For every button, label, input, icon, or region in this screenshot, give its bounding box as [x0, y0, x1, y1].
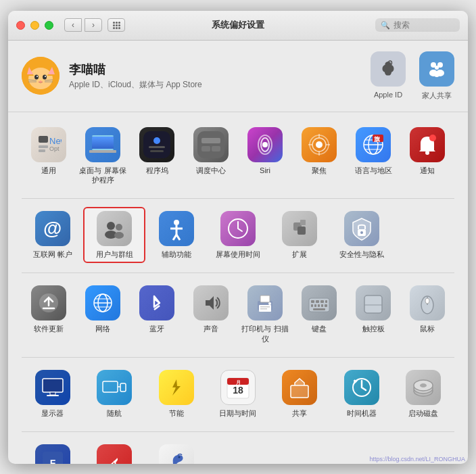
- pref-notify[interactable]: 通知: [400, 123, 454, 189]
- divider-1: [22, 198, 454, 199]
- close-button[interactable]: [16, 21, 25, 30]
- pref-startup[interactable]: 启动磁盘: [393, 366, 454, 422]
- pref-fuse[interactable]: F FUSE: [22, 440, 83, 463]
- pref-mission[interactable]: 调度中心: [184, 123, 238, 189]
- pref-screentime[interactable]: 屏幕使用时间: [207, 207, 268, 263]
- pref-battery[interactable]: 节能: [145, 366, 207, 422]
- back-button[interactable]: ‹: [64, 18, 82, 32]
- extend-label: 扩展: [292, 250, 307, 259]
- svg-rect-34: [150, 150, 164, 152]
- search-box[interactable]: 🔍: [375, 18, 460, 32]
- pref-lang[interactable]: 旗 语言与地区: [346, 123, 400, 189]
- pref-sound[interactable]: 声音: [184, 281, 238, 348]
- main-content: NewOpt 通用 桌面与 屏幕保护程序 程序坞: [8, 112, 468, 464]
- focus-label: 聚焦: [312, 166, 327, 175]
- display-icon: [35, 370, 70, 405]
- navigation-buttons: ‹ ›: [64, 18, 102, 32]
- pref-keyboard[interactable]: 键盘: [292, 281, 346, 348]
- search-input[interactable]: [394, 20, 454, 30]
- svg-rect-23: [39, 145, 48, 148]
- svg-rect-85: [311, 300, 314, 303]
- svg-point-68: [360, 231, 363, 234]
- network-icon: [85, 285, 120, 321]
- pref-access[interactable]: 辅助功能: [145, 207, 207, 263]
- mouse-icon: [410, 285, 445, 321]
- screentime-label: 屏幕使用时间: [216, 250, 260, 259]
- pref-launchpad[interactable]: 程序坞: [130, 123, 184, 189]
- keyboard-label: 键盘: [312, 324, 327, 333]
- svg-rect-66: [300, 220, 306, 225]
- svg-point-52: [425, 151, 429, 155]
- pref-general[interactable]: NewOpt 通用: [22, 123, 76, 189]
- mouse-label: 鼠标: [420, 324, 435, 333]
- pref-desktop[interactable]: 桌面与 屏幕保护程序: [76, 123, 130, 189]
- desktop-label: 桌面与 屏幕保护程序: [78, 166, 127, 185]
- svg-rect-36: [201, 138, 220, 143]
- pref-mysql[interactable]: MySQL: [145, 440, 207, 463]
- svg-text:月: 月: [235, 380, 240, 385]
- svg-point-6: [34, 75, 39, 80]
- svg-rect-31: [143, 131, 170, 158]
- avatar[interactable]: [22, 57, 60, 95]
- svg-rect-95: [364, 295, 382, 313]
- desktop-icon: [85, 127, 120, 162]
- sharing-label: 共享: [292, 408, 307, 418]
- grid-view-button[interactable]: [108, 18, 125, 32]
- startup-icon: [406, 370, 441, 405]
- pref-focus[interactable]: 聚焦: [292, 123, 346, 189]
- svg-text:18: 18: [233, 385, 243, 396]
- pref-internet[interactable]: @ 互联网 帐户: [22, 207, 83, 263]
- svg-rect-35: [197, 131, 224, 158]
- pref-extend[interactable]: 扩展: [269, 207, 331, 263]
- bluetooth-icon: [139, 285, 174, 321]
- svg-rect-28: [89, 150, 116, 153]
- svg-rect-103: [103, 381, 118, 392]
- icon-grid-row4: 显示器 随航 节能: [22, 366, 454, 422]
- svg-point-118: [178, 456, 180, 458]
- mission-label: 调度中心: [196, 166, 226, 175]
- trackpad-icon: [356, 285, 391, 321]
- window-title: 系统偏好设置: [212, 19, 264, 31]
- pref-timemachine[interactable]: 时间机器: [331, 366, 392, 422]
- datetime-label: 日期与时间: [219, 408, 256, 418]
- family-sharing-action[interactable]: 家人共享: [419, 51, 454, 101]
- svg-rect-91: [318, 304, 320, 307]
- security-label: 安全性与隐私: [339, 250, 384, 259]
- svg-rect-38: [212, 146, 220, 151]
- pref-trackpad[interactable]: 触控板: [346, 281, 400, 348]
- screentime-icon: [220, 211, 256, 246]
- pref-softupdate[interactable]: 软件更新: [22, 281, 76, 348]
- maximize-button[interactable]: [45, 21, 53, 30]
- pref-printer[interactable]: 打印机与 扫描仪: [238, 281, 292, 348]
- svg-rect-102: [47, 395, 59, 396]
- launchpad-label: 程序坞: [146, 166, 168, 175]
- pref-display[interactable]: 显示器: [22, 366, 83, 422]
- timemachine-label: 时间机器: [347, 408, 377, 418]
- minimize-button[interactable]: [30, 21, 39, 30]
- pref-network[interactable]: 网络: [76, 281, 130, 348]
- pref-siri[interactable]: Siri: [238, 123, 292, 189]
- pref-security[interactable]: 安全性与隐私: [331, 207, 392, 263]
- forward-button[interactable]: ›: [85, 18, 102, 32]
- bluetooth-label: 蓝牙: [149, 324, 164, 333]
- pref-mouse[interactable]: 鼠标: [400, 281, 454, 348]
- pref-bluetooth[interactable]: 蓝牙: [130, 281, 184, 348]
- pref-handoff[interactable]: 随航: [83, 366, 145, 422]
- pref-datetime[interactable]: 月18 日期与时间: [207, 366, 268, 422]
- divider-2: [22, 272, 454, 273]
- internet-label: 互联网 帐户: [33, 250, 72, 259]
- pref-java[interactable]: Java: [83, 440, 145, 463]
- svg-rect-82: [260, 308, 267, 310]
- notify-label: 通知: [420, 166, 435, 175]
- pref-users[interactable]: 用户与群组: [83, 207, 145, 263]
- svg-rect-93: [325, 304, 327, 307]
- siri-icon: [247, 127, 283, 162]
- svg-rect-37: [201, 146, 210, 151]
- pref-sharing[interactable]: 共享: [269, 366, 331, 422]
- apple-id-action[interactable]: Apple ID: [371, 51, 406, 101]
- profile-subtitle: Apple ID、iCloud、媒体与 App Store: [69, 79, 202, 91]
- svg-point-32: [153, 137, 160, 144]
- apple-id-icon: [371, 51, 406, 87]
- svg-rect-24: [39, 149, 45, 152]
- avatar-image: [22, 57, 60, 95]
